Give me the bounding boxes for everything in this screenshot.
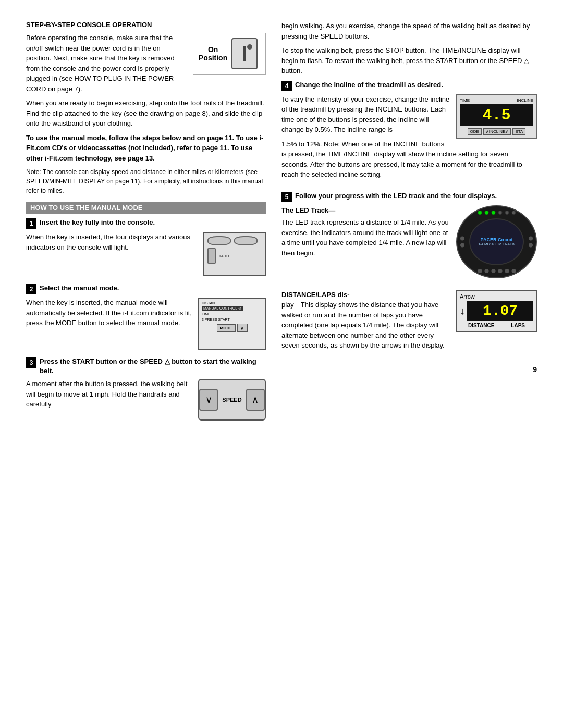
on-position-label-position: Position: [199, 54, 227, 62]
step-2-header: 2 Select the manual mode.: [26, 283, 266, 294]
step-3-text: A moment after the button is pressed, th…: [26, 379, 192, 410]
step-2-image: DISTAN MANUAL CONTROL ⊙ TIME 3 PRESS STA…: [198, 298, 266, 350]
incline-illustration: TIME INCLINE 4.5 ODE ∧INCLINE∨ STA: [456, 94, 537, 139]
step-1-image: 1A TO: [203, 232, 266, 276]
laps-label: LAPS: [511, 323, 525, 328]
step-3-block: 3 Press the START button or the SPEED △ …: [26, 357, 266, 421]
distance-value: 1.07: [467, 301, 533, 321]
step-1-text: When the key is inserted, the four displ…: [26, 232, 197, 252]
step-2-text: When the key is inserted, the manual mod…: [26, 298, 192, 328]
step-5-block: 5 Follow your progress with the LED trac…: [282, 191, 537, 355]
arrow-label: Arrow: [460, 293, 533, 300]
step-4-header: 4 Change the incline of the treadmill as…: [282, 80, 537, 91]
step-3-header: 3 Press the START button or the SPEED △ …: [26, 357, 266, 376]
step-3-number: 3: [26, 357, 36, 368]
stop-text: To stop the walking belt, press the STOP…: [282, 45, 537, 76]
page-layout: STEP-BY-STEP CONSOLE OPERATION On Positi…: [26, 21, 537, 428]
intro-section: On Position Before operating the console…: [26, 33, 266, 98]
step-1-content: When the key is inserted, the four displ…: [26, 232, 266, 276]
step-1-title: Insert the key fully into the console.: [40, 218, 155, 227]
step-5-title: Follow your progress with the LED track …: [295, 191, 497, 201]
right-column: begin walking. As you exercise, change t…: [282, 21, 537, 428]
step-2-block: 2 Select the manual mode. When the key i…: [26, 283, 266, 350]
step-4-text2: 1.5% to 12%. Note: When one of the INCLI…: [282, 139, 537, 180]
led-track-section: PACER Circuit 1/4 MI / 400 M TRACK The L…: [282, 205, 537, 282]
step-3-content: A moment after the button is pressed, th…: [26, 379, 266, 421]
distance-laps-section: Arrow ↓ 1.07 DISTANCE LAPS DISTANCE/LAPS…: [282, 290, 537, 355]
on-position-label-on: On: [208, 45, 218, 54]
how-to-header: HOW TO USE THE MANUAL MODE: [26, 202, 266, 214]
distance-laps-illustration: Arrow ↓ 1.07 DISTANCE LAPS: [456, 290, 537, 332]
bold-paragraph: To use the manual mode, follow the steps…: [26, 133, 266, 164]
left-column: STEP-BY-STEP CONSOLE OPERATION On Positi…: [26, 21, 266, 428]
step-2-title: Select the manual mode.: [40, 283, 119, 293]
step-2-content: When the key is inserted, the manual mod…: [26, 298, 266, 350]
step-1-block: 1 Insert the key fully into the console.…: [26, 218, 266, 276]
step-3-title: Press the START button or the SPEED △ bu…: [40, 357, 266, 376]
page-number: 9: [282, 365, 537, 374]
distance-laps-heading: DISTANCE/LAPS dis-: [282, 291, 350, 299]
step-by-step-title: STEP-BY-STEP CONSOLE OPERATION: [26, 21, 266, 29]
step-5-header: 5 Follow your progress with the LED trac…: [282, 191, 537, 202]
step-3-image: ∨ SPEED ∧: [198, 379, 266, 421]
step-5-number: 5: [282, 192, 292, 202]
step-1-header: 1 Insert the key fully into the console.: [26, 218, 266, 229]
step-2-number: 2: [26, 284, 36, 294]
on-position-illustration: On Position: [193, 33, 266, 75]
arrow-down-icon: ↓: [460, 305, 465, 316]
step-4-number: 4: [282, 81, 292, 91]
led-track-illustration: PACER Circuit 1/4 MI / 400 M TRACK: [456, 205, 537, 278]
step-1-number: 1: [26, 218, 36, 229]
distance-label: DISTANCE: [468, 323, 494, 328]
step-4-title: Change the incline of the treadmill as d…: [295, 80, 443, 90]
pacer-circuit-text: PACER Circuit: [481, 237, 513, 242]
pacer-track-text: 1/4 MI / 400 M TRACK: [478, 242, 515, 246]
continue-text: begin walking. As you exercise, change t…: [282, 21, 537, 41]
step-4-content: TIME INCLINE 4.5 ODE ∧INCLINE∨ STA To va…: [282, 94, 537, 184]
intro-para-2: When you are ready to begin exercising, …: [26, 98, 266, 129]
note-paragraph: Note: The console can display speed and …: [26, 167, 266, 195]
step-4-block: 4 Change the incline of the treadmill as…: [282, 80, 537, 184]
